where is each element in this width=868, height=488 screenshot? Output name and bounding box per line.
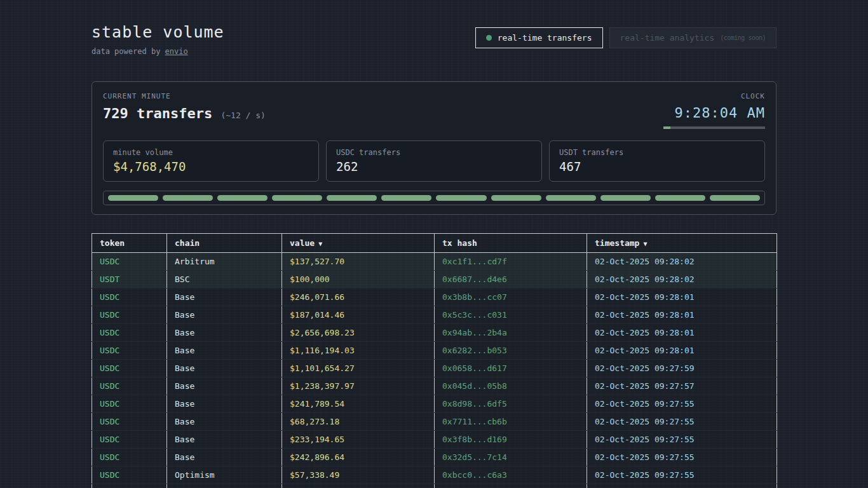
cell-hash[interactable]: 0x5c3c...c031 xyxy=(435,306,587,324)
cell-token: USDC xyxy=(92,449,167,466)
cell-timestamp: 02-Oct-2025 09:27:55 xyxy=(587,466,777,484)
view-tabs: real-time transfers real-time analytics … xyxy=(475,27,776,48)
powered-by: data powered by envio xyxy=(92,47,224,56)
cell-hash[interactable]: 0x0658...d617 xyxy=(435,360,587,377)
cell-timestamp: 02-Oct-2025 09:28:01 xyxy=(587,324,777,342)
cell-value: $233,194.65 xyxy=(282,484,435,488)
powered-by-text: data powered by xyxy=(92,47,165,56)
cell-hash[interactable]: 0x3f8b...d169 xyxy=(435,431,587,449)
transfers-rate: (~12 / s) xyxy=(220,111,265,120)
cell-hash[interactable]: 0x32d5...7c14 xyxy=(435,449,587,466)
cell-token: USDC xyxy=(92,360,167,377)
cell-hash[interactable]: 0xc1f1...cd7f xyxy=(435,253,587,271)
cell-value: $246,071.66 xyxy=(282,288,435,306)
stat-value: 467 xyxy=(559,159,755,173)
cell-hash[interactable]: 0x8d98...6df5 xyxy=(435,395,587,413)
minute-segment xyxy=(108,195,158,201)
page-container: stable volume data powered by envio real… xyxy=(92,0,776,488)
cell-token: USDC xyxy=(92,324,167,342)
tab-real-time-analytics: real-time analytics (coming soon) xyxy=(609,27,777,48)
live-dot-icon xyxy=(486,35,492,41)
cell-value: $1,238,397.97 xyxy=(282,377,435,395)
stat-label: minute volume xyxy=(113,148,309,157)
tab-real-time-transfers[interactable]: real-time transfers xyxy=(475,27,603,48)
cell-chain: Base xyxy=(167,484,282,488)
clock-progress-fill xyxy=(663,126,670,129)
cell-chain: Base xyxy=(167,431,282,449)
cell-chain: Base xyxy=(167,360,282,377)
table-row: USDCBase$233,194.650x3f8b...d16902-Oct-2… xyxy=(92,431,777,449)
cell-timestamp: 02-Oct-2025 09:27:59 xyxy=(587,360,777,377)
cell-hash[interactable]: 0x7711...cb6b xyxy=(435,413,587,431)
cell-token: USDT xyxy=(92,271,167,288)
envio-link[interactable]: envio xyxy=(165,47,188,56)
cell-hash[interactable]: 0xbcc0...c6a3 xyxy=(435,466,587,484)
cell-chain: BSC xyxy=(167,271,282,288)
topbar: stable volume data powered by envio real… xyxy=(92,23,776,56)
cell-token: USDC xyxy=(92,342,167,360)
table-row: USDCBase$242,896.640x32d5...7c1402-Oct-2… xyxy=(92,449,777,466)
cell-token: USDC xyxy=(92,288,167,306)
stat-label: USDT transfers xyxy=(559,148,755,157)
cell-chain: Base xyxy=(167,449,282,466)
cell-timestamp: 02-Oct-2025 09:28:01 xyxy=(587,306,777,324)
cell-timestamp: 02-Oct-2025 09:28:01 xyxy=(587,288,777,306)
minute-segment xyxy=(163,195,213,201)
stat-value: 262 xyxy=(336,159,532,173)
clock-label: CLOCK xyxy=(663,92,765,100)
coming-soon-badge: (coming soon) xyxy=(720,34,766,41)
transfers-table: tokenchainvalue ▼tx hashtimestamp ▼ USDC… xyxy=(92,233,777,488)
table-row: USDCOptimism$57,338.490xbcc0...c6a302-Oc… xyxy=(92,466,777,484)
cell-hash[interactable]: 0xbf75...3661 xyxy=(435,484,587,488)
current-minute-label: CURRENT MINUTE xyxy=(103,92,266,100)
table-row: USDCBase$241,789.540x8d98...6df502-Oct-2… xyxy=(92,395,777,413)
col-header-value[interactable]: value ▼ xyxy=(282,234,435,253)
cell-value: $137,527.70 xyxy=(282,253,435,271)
table-row: USDCBase$246,071.660x3b8b...cc0702-Oct-2… xyxy=(92,288,777,306)
page-title: stable volume xyxy=(92,23,224,41)
cell-hash[interactable]: 0x3b8b...cc07 xyxy=(435,288,587,306)
cell-value: $187,014.46 xyxy=(282,306,435,324)
cell-hash[interactable]: 0x6687...d4e6 xyxy=(435,271,587,288)
cell-chain: Base xyxy=(167,395,282,413)
cell-chain: Base xyxy=(167,324,282,342)
cell-value: $1,116,194.03 xyxy=(282,342,435,360)
cell-chain: Arbitrum xyxy=(167,253,282,271)
transfers-table-wrap: tokenchainvalue ▼tx hashtimestamp ▼ USDC… xyxy=(92,233,776,488)
sort-desc-icon: ▼ xyxy=(315,240,322,247)
cell-token: USDC xyxy=(92,413,167,431)
panel-top-row: CURRENT MINUTE 729 transfers (~12 / s) C… xyxy=(103,92,765,129)
cell-hash[interactable]: 0x94ab...2b4a xyxy=(435,324,587,342)
cell-token: USDC xyxy=(92,466,167,484)
stat-boxes: minute volume $4,768,470 USDC transfers … xyxy=(103,140,765,182)
cell-value: $233,194.65 xyxy=(282,431,435,449)
cell-timestamp: 02-Oct-2025 09:27:57 xyxy=(587,377,777,395)
minute-segment xyxy=(600,195,651,201)
table-row: USDCBase$2,656,698.230x94ab...2b4a02-Oct… xyxy=(92,324,777,342)
cell-timestamp: 02-Oct-2025 09:27:55 xyxy=(587,413,777,431)
cell-hash[interactable]: 0x045d...05b8 xyxy=(435,377,587,395)
minute-segment xyxy=(655,195,705,201)
current-minute-panel: CURRENT MINUTE 729 transfers (~12 / s) C… xyxy=(92,81,776,215)
col-header-timestamp[interactable]: timestamp ▼ xyxy=(587,234,777,253)
stat-box-usdt-transfers: USDT transfers 467 xyxy=(549,140,765,182)
cell-timestamp: 02-Oct-2025 09:27:53 xyxy=(587,484,777,488)
cell-hash[interactable]: 0x6282...b053 xyxy=(435,342,587,360)
cell-timestamp: 02-Oct-2025 09:28:02 xyxy=(587,271,777,288)
col-header-chain: chain xyxy=(167,234,282,253)
minute-segment xyxy=(217,195,268,201)
cell-token: USDC xyxy=(92,484,167,488)
stat-label: USDC transfers xyxy=(336,148,532,157)
minute-segment xyxy=(327,195,377,201)
minute-segment xyxy=(436,195,486,201)
cell-chain: Base xyxy=(167,306,282,324)
cell-value: $2,656,698.23 xyxy=(282,324,435,342)
minute-segment xyxy=(381,195,431,201)
cell-chain: Base xyxy=(167,377,282,395)
cell-value: $242,896.64 xyxy=(282,449,435,466)
stat-box-usdc-transfers: USDC transfers 262 xyxy=(326,140,542,182)
cell-chain: Base xyxy=(167,288,282,306)
cell-token: USDC xyxy=(92,306,167,324)
table-row: USDCBase$187,014.460x5c3c...c03102-Oct-2… xyxy=(92,306,777,324)
cell-timestamp: 02-Oct-2025 09:27:55 xyxy=(587,449,777,466)
